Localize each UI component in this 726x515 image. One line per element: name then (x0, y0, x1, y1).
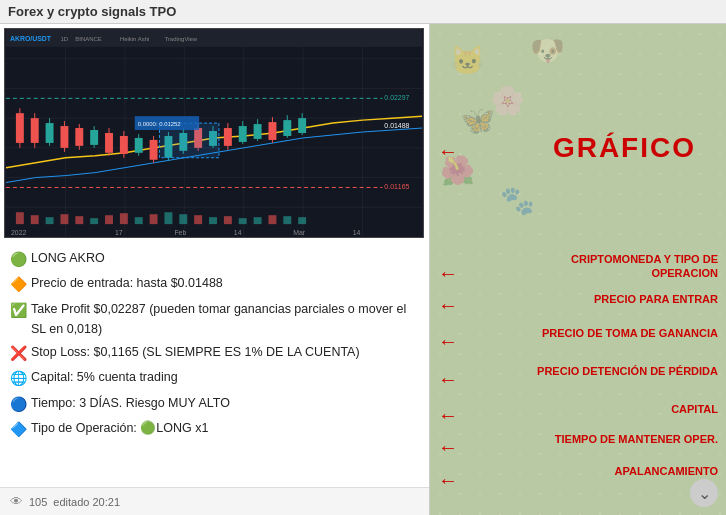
signal-icon: ✅ (10, 299, 27, 321)
svg-text:BINANCE: BINANCE (75, 36, 101, 42)
signal-text: Precio de entrada: hasta $0.01488 (31, 273, 419, 293)
svg-text:AKRO/USDT: AKRO/USDT (10, 35, 52, 42)
svg-rect-76 (268, 215, 276, 224)
signal-text: Tiempo: 3 DÍAS. Riesgo MUY ALTO (31, 393, 419, 413)
svg-rect-78 (298, 217, 306, 224)
signal-text: Tipo de Operación: 🟢LONG x1 (31, 418, 419, 438)
window-title: Forex y crypto signals TPO (8, 4, 176, 19)
svg-text:Mar: Mar (293, 229, 306, 236)
svg-rect-59 (16, 212, 24, 224)
svg-text:0.02297: 0.02297 (384, 94, 409, 101)
annotation-precio-ganancia: PRECIO DE TOMA DE GANANCIA (542, 326, 718, 340)
arrow-criptomoneda: ← (438, 262, 458, 285)
svg-rect-66 (120, 213, 128, 224)
svg-rect-69 (164, 212, 172, 224)
svg-rect-74 (239, 218, 247, 224)
doodle-2: 🌸 (490, 84, 525, 117)
doodle-4: 🦋 (460, 104, 495, 137)
signal-line: 🌐Capital: 5% cuenta trading (10, 367, 419, 389)
svg-text:1D: 1D (60, 36, 68, 42)
svg-text:0.01488: 0.01488 (384, 122, 409, 129)
signal-icon: 🌐 (10, 367, 27, 389)
signal-icon: 🟢 (10, 248, 27, 270)
svg-text:14: 14 (234, 229, 242, 236)
arrow-tiempo: ← (438, 436, 458, 459)
annotation-precio-perdida: PRECIO DETENCIÓN DE PÉRDIDA (537, 364, 718, 378)
svg-rect-72 (209, 217, 217, 224)
arrow-precio-entrar: ← (438, 294, 458, 317)
svg-rect-77 (283, 216, 291, 224)
signal-icon: 🔵 (10, 393, 27, 415)
signal-line: 🟢LONG AKRO (10, 248, 419, 270)
scroll-down-button[interactable]: ⌄ (690, 479, 718, 507)
main-container: 0.02297 0.01488 0.01165 (0, 24, 726, 515)
arrow-chart: ← (438, 140, 458, 163)
chart-area: 0.02297 0.01488 0.01165 (4, 28, 424, 238)
signal-line: 🔵Tiempo: 3 DÍAS. Riesgo MUY ALTO (10, 393, 419, 415)
left-panel: 0.02297 0.01488 0.01165 (0, 24, 430, 515)
chevron-down-icon: ⌄ (698, 484, 711, 503)
grafico-label: GRÁFICO (553, 132, 696, 164)
annotation-tiempo: TIEMPO DE MANTENER OPER. (555, 432, 718, 446)
signal-line: ✅Take Profit $0,02287 (pueden tomar gana… (10, 299, 419, 339)
annotation-apalancamiento: APALANCAMIENTO (615, 464, 718, 478)
signal-text: LONG AKRO (31, 248, 419, 268)
svg-rect-75 (254, 217, 262, 224)
arrow-precio-ganancia: ← (438, 330, 458, 353)
svg-rect-63 (75, 216, 83, 224)
signal-text: Capital: 5% cuenta trading (31, 367, 419, 387)
svg-rect-64 (90, 218, 98, 224)
signal-line: 🔶Precio de entrada: hasta $0.01488 (10, 273, 419, 295)
signal-line: ❌Stop Loss: $0,1165 (SL SIEMPRE ES 1% DE… (10, 342, 419, 364)
arrow-apalancamiento: ← (438, 469, 458, 492)
svg-rect-60 (31, 215, 39, 224)
doodle-1: 🐱 (450, 44, 485, 77)
svg-text:0.01165: 0.01165 (384, 183, 409, 190)
svg-rect-71 (194, 215, 202, 224)
arrow-capital: ← (438, 404, 458, 427)
svg-rect-85 (6, 29, 422, 47)
title-bar: Forex y crypto signals TPO (0, 0, 726, 24)
svg-rect-70 (179, 214, 187, 224)
edited-label: editado 20:21 (53, 496, 120, 508)
signal-icon: 🔶 (10, 273, 27, 295)
svg-rect-67 (135, 217, 143, 224)
svg-rect-73 (224, 216, 232, 224)
bottom-bar: 👁 105 editado 20:21 (0, 487, 429, 515)
signal-icon: ❌ (10, 342, 27, 364)
svg-text:TradingView: TradingView (164, 36, 197, 42)
annotation-precio-entrar: PRECIO PARA ENTRAR (594, 292, 718, 306)
views-count: 105 (29, 496, 47, 508)
signal-line: 🔷Tipo de Operación: 🟢LONG x1 (10, 418, 419, 440)
annotation-criptomoneda: CRIPTOMONEDA Y TIPO DEOPERACION (571, 252, 718, 281)
signal-icon: 🔷 (10, 418, 27, 440)
svg-rect-65 (105, 215, 113, 224)
right-panel: 🐱 🌸 🐶 🦋 🌺 🐾 GRÁFICO ← CRIPTOMONEDA Y TIP… (430, 24, 726, 515)
annotation-capital: CAPITAL (671, 402, 718, 416)
svg-text:2022: 2022 (11, 229, 27, 236)
svg-text:Feb: Feb (174, 229, 186, 236)
eye-icon: 👁 (10, 494, 23, 509)
signal-text: Stop Loss: $0,1165 (SL SIEMPRE ES 1% DE … (31, 342, 419, 362)
arrow-precio-perdida: ← (438, 368, 458, 391)
svg-rect-61 (46, 217, 54, 224)
signal-text: Take Profit $0,02287 (pueden tomar ganan… (31, 299, 419, 339)
doodle-6: 🐾 (500, 184, 535, 217)
svg-text:0.0000: 0.01252: 0.0000: 0.01252 (138, 121, 181, 127)
signal-area: 🟢LONG AKRO🔶Precio de entrada: hasta $0.0… (0, 242, 429, 487)
svg-rect-62 (60, 214, 68, 224)
svg-text:Heikin Ashi: Heikin Ashi (120, 36, 149, 42)
svg-text:17: 17 (115, 229, 123, 236)
svg-text:14: 14 (353, 229, 361, 236)
svg-rect-68 (150, 214, 158, 224)
doodle-3: 🐶 (530, 34, 565, 67)
